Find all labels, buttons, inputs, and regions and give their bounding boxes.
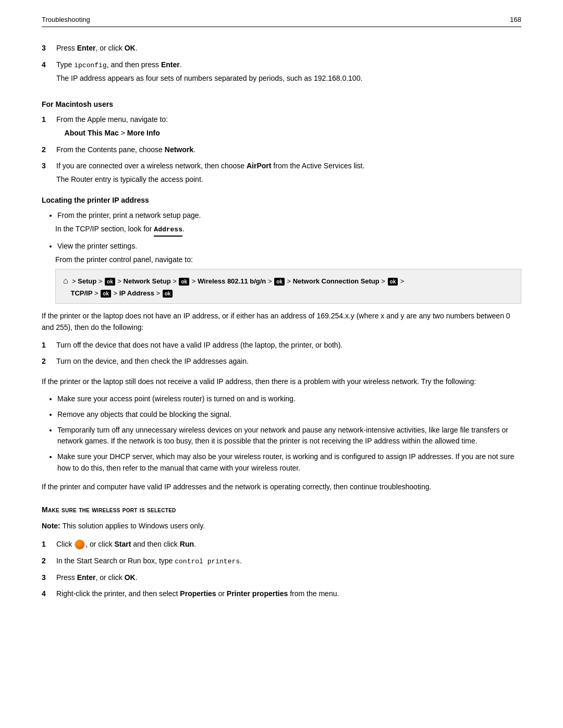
step-3-content: Press Enter, or click OK. [56, 43, 521, 54]
ip-step-2-number: 2 [42, 356, 56, 367]
nav-path: ⌂ > Setup > ok > Network Setup > ok > Wi… [55, 269, 521, 304]
step-4: 4 Type ipconfig, and then press Enter. T… [42, 59, 521, 90]
mac-step-1: 1 From the Apple menu, navigate to: Abou… [42, 114, 521, 139]
mac-step-2: 2 From the Contents pane, choose Network… [42, 144, 521, 156]
step-4-content: Type ipconfig, and then press Enter. The… [56, 59, 521, 90]
mac-step-1-number: 1 [42, 114, 56, 126]
page-header: Troubleshooting 168 [42, 16, 521, 27]
bullet-print-page-sub: In the TCP/IP section, look for Address. [55, 224, 521, 237]
mac-step-2-content: From the Contents pane, choose Network. [56, 144, 521, 156]
mac-step-3: 3 If you are connected over a wireless n… [42, 161, 521, 185]
ok-badge-4: ok [388, 278, 398, 286]
mac-step-3-sub: The Router entry is typically the access… [56, 174, 521, 186]
wp-step-4-number: 4 [42, 588, 56, 600]
note-label: Note: [42, 522, 60, 530]
wp-step-4: 4 Right-click the printer, and then sele… [42, 588, 521, 600]
ip-step-1-number: 1 [42, 340, 56, 351]
ok-badge-1: ok [105, 278, 115, 286]
mac-step-3-content: If you are connected over a wireless net… [56, 161, 521, 185]
ip-step-1: 1 Turn off the device that does not have… [42, 340, 521, 351]
ok-badge-6: ok [163, 290, 173, 298]
wireless-port-heading: Make sure the wireless port is selected [42, 504, 521, 516]
page-content: 3 Press Enter, or click OK. 4 Type ipcon… [42, 43, 521, 600]
wp-step-2: 2 In the Start Search or Run box, type c… [42, 556, 521, 567]
page: Troubleshooting 168 3 Press Enter, or cl… [0, 0, 563, 728]
bullet-objects: Remove any objects that could be blockin… [57, 409, 521, 421]
ip-address-paragraph: If the printer or the laptop does not ha… [42, 310, 521, 334]
ip-step-2: 2 Turn on the device, and then check the… [42, 356, 521, 367]
page-number: 168 [510, 16, 521, 23]
wp-step-4-content: Right-click the printer, and then select… [56, 588, 521, 600]
wp-step-3: 3 Press Enter, or click OK. [42, 572, 521, 584]
step-4-sub: The IP address appears as four sets of n… [56, 73, 521, 84]
ok-badge-3: ok [274, 278, 285, 286]
wp-step-3-content: Press Enter, or click OK. [56, 572, 521, 584]
bullet-turn-off: Temporarily turn off any unnecessary wir… [57, 425, 521, 447]
mac-step-1-content: From the Apple menu, navigate to: About … [56, 114, 521, 139]
wireless-problem-paragraph: If the printer or the laptop still does … [42, 376, 521, 387]
mac-step-1-sub: About This Mac > More Info [56, 128, 521, 139]
section-title: Troubleshooting [42, 16, 90, 23]
step-3: 3 Press Enter, or click OK. [42, 43, 521, 54]
wp-step-1-content: Click , or click Start and then click Ru… [56, 539, 521, 550]
mac-heading: For Macintosh users [42, 99, 521, 110]
note-text: This solution applies to Windows users o… [62, 522, 205, 530]
ip-step-1-content: Turn off the device that does not have a… [56, 340, 521, 351]
locating-heading: Locating the printer IP address [42, 195, 521, 206]
mac-step-3-number: 3 [42, 161, 56, 172]
wp-step-2-number: 2 [42, 556, 56, 567]
mac-step-2-number: 2 [42, 144, 56, 156]
ok-badge-5: ok [101, 290, 111, 298]
wireless-bullets: Make sure your access point (wireless ro… [42, 393, 521, 474]
bullet-access-point: Make sure your access point (wireless ro… [57, 393, 521, 405]
bullet-print-page: From the printer, print a network setup … [57, 210, 521, 237]
bullet-view-settings-sub: From the printer control panel, navigate… [55, 254, 521, 266]
bullet-dhcp: Make sure your DHCP server, which may al… [57, 451, 521, 474]
wp-step-3-number: 3 [42, 572, 56, 584]
home-icon: ⌂ [63, 276, 68, 285]
ok-badge-2: ok [179, 278, 189, 286]
step-3-number: 3 [42, 43, 56, 54]
wp-step-1: 1 Click , or click Start and then click … [42, 539, 521, 550]
valid-ip-paragraph: If the printer and computer have valid I… [42, 481, 521, 492]
bullet-view-settings: View the printer settings. From the prin… [57, 241, 521, 304]
wp-step-2-content: In the Start Search or Run box, type con… [56, 556, 521, 567]
step-4-number: 4 [42, 59, 56, 71]
note-paragraph: Note: This solution applies to Windows u… [42, 520, 521, 532]
windows-orb-icon [75, 540, 84, 549]
locating-bullets: From the printer, print a network setup … [42, 210, 521, 303]
wp-step-1-number: 1 [42, 539, 56, 550]
ip-step-2-content: Turn on the device, and then check the I… [56, 356, 521, 367]
